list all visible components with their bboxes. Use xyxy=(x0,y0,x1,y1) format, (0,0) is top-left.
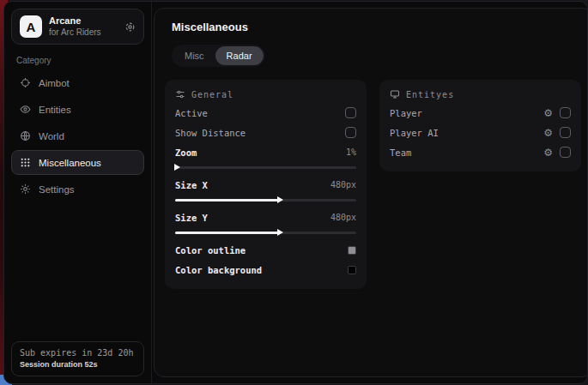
setting-row-size-x: Size X 480px xyxy=(175,175,356,195)
main-panel: Miscellaneous Misc Radar General xyxy=(154,8,588,377)
active-checkbox[interactable] xyxy=(345,107,356,118)
setting-row-color-outline: Color outline xyxy=(175,240,356,260)
category-label: Category xyxy=(16,56,139,65)
entity-label: Team xyxy=(390,147,411,158)
cards-row: General Active Show Distance Zoom 1% xyxy=(165,80,581,289)
setting-row-show-distance: Show Distance xyxy=(175,123,356,142)
sidebar-item-miscellaneous[interactable]: Miscellaneous xyxy=(11,150,144,175)
entity-row-team: Team ⚙ xyxy=(390,142,571,162)
setting-label: Show Distance xyxy=(175,128,246,138)
tab-misc[interactable]: Misc xyxy=(173,46,215,65)
sidebar-item-label: World xyxy=(39,131,64,141)
team-checkbox[interactable] xyxy=(560,147,571,158)
sidebar-item-label: Miscellaneous xyxy=(39,158,101,168)
entities-card-header: Entityes xyxy=(390,89,571,99)
crosshair-icon xyxy=(20,77,31,88)
zoom-value: 1% xyxy=(346,147,356,157)
zoom-slider[interactable] xyxy=(175,163,356,171)
sidebar-item-aimbot[interactable]: Aimbot xyxy=(11,70,144,95)
setting-row-active: Active xyxy=(175,103,356,123)
monitor-icon xyxy=(390,89,400,99)
setting-label: Zoom xyxy=(175,147,197,158)
slider-thumb[interactable] xyxy=(277,196,283,203)
page-title: Miscellaneous xyxy=(172,21,581,33)
setting-row-size-y: Size Y 480px xyxy=(175,208,356,227)
sidebar-item-settings[interactable]: Settings xyxy=(11,177,144,202)
brand-avatar: A xyxy=(20,15,42,38)
tab-radar[interactable]: Radar xyxy=(215,46,264,65)
setting-label: Active xyxy=(175,108,208,118)
setting-label: Color background xyxy=(175,265,262,275)
sync-icon[interactable] xyxy=(124,21,136,33)
setting-label: Color outline xyxy=(175,245,246,256)
setting-row-color-background: Color background xyxy=(175,260,356,280)
size-x-slider[interactable] xyxy=(175,196,356,204)
entities-card-title: Entityes xyxy=(406,90,454,99)
sub-expiry-text: Sub expires in 23d 20h xyxy=(20,348,136,358)
player-ai-checkbox[interactable] xyxy=(560,127,571,138)
tab-group: Misc Radar xyxy=(172,45,265,67)
show-distance-checkbox[interactable] xyxy=(345,127,356,138)
sidebar-item-label: Aimbot xyxy=(39,78,70,88)
sidebar-item-world[interactable]: World xyxy=(11,123,144,148)
main-wrap: Miscellaneous Misc Radar General xyxy=(152,2,588,383)
setting-label: Size Y xyxy=(175,213,208,223)
session-duration-text: Session duration 52s xyxy=(20,360,136,369)
general-card-header: General xyxy=(175,89,356,99)
sidebar-item-label: Settings xyxy=(39,184,75,195)
brand-title: Arcane xyxy=(49,15,118,27)
globe-icon xyxy=(20,130,31,141)
brand-card: A Arcane for Arc Riders xyxy=(11,9,144,45)
brand-text: Arcane for Arc Riders xyxy=(49,15,118,38)
brand-subtitle: for Arc Riders xyxy=(49,27,118,39)
app-window: A Arcane for Arc Riders Category Aimbot xyxy=(3,1,588,384)
session-card: Sub expires in 23d 20h Session duration … xyxy=(11,341,144,376)
size-y-value: 480px xyxy=(330,213,356,222)
entity-label: Player AI xyxy=(390,128,439,138)
slider-thumb[interactable] xyxy=(277,229,283,236)
general-card-title: General xyxy=(191,90,233,99)
sidebar-item-entities[interactable]: Entities xyxy=(11,97,144,122)
sidebar-nav: Aimbot Entities World xyxy=(11,70,144,202)
gear-icon xyxy=(20,183,31,195)
sidebar: A Arcane for Arc Riders Category Aimbot xyxy=(4,2,152,383)
player-checkbox[interactable] xyxy=(560,107,571,118)
sliders-icon xyxy=(175,89,185,99)
gear-icon[interactable]: ⚙ xyxy=(543,108,553,118)
setting-label: Size X xyxy=(175,180,208,190)
setting-row-zoom: Zoom 1% xyxy=(175,142,356,162)
entities-card: Entityes Player ⚙ Player AI ⚙ xyxy=(379,80,581,171)
gear-icon[interactable]: ⚙ xyxy=(543,128,553,138)
size-y-slider[interactable] xyxy=(175,228,356,237)
size-x-value: 480px xyxy=(330,180,356,189)
color-background-swatch[interactable] xyxy=(348,266,356,274)
grid-icon xyxy=(20,157,31,168)
slider-thumb[interactable] xyxy=(174,164,180,171)
entity-row-player-ai: Player AI ⚙ xyxy=(390,123,571,142)
entity-row-player: Player ⚙ xyxy=(390,103,571,123)
entities-icon xyxy=(20,104,31,115)
color-outline-swatch[interactable] xyxy=(348,246,356,255)
general-card: General Active Show Distance Zoom 1% xyxy=(165,80,367,289)
sidebar-item-label: Entities xyxy=(39,105,71,115)
gear-icon[interactable]: ⚙ xyxy=(543,147,553,158)
entity-label: Player xyxy=(390,108,422,118)
